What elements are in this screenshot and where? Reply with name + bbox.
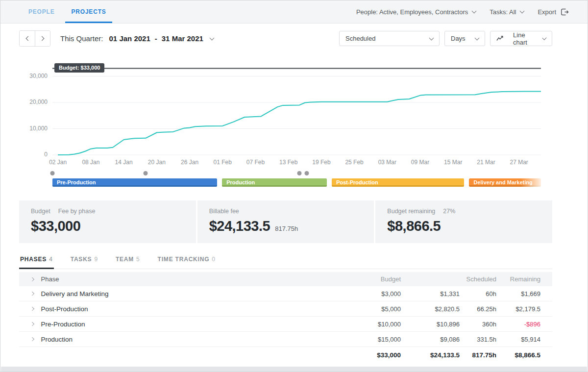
table-cell: $3,000 xyxy=(344,290,401,298)
chevron-right-icon[interactable] xyxy=(30,277,34,281)
phase-bar-post-production[interactable]: Post-Production xyxy=(332,178,464,187)
range-label: This Quarter: xyxy=(60,34,103,43)
chevron-right-icon[interactable] xyxy=(30,322,34,326)
milestone-dot[interactable] xyxy=(50,171,55,175)
days-select-value: Days xyxy=(451,35,466,42)
table-row-post-production[interactable]: Post-Production$5,000$2,820.566.25h$2,17… xyxy=(19,301,552,317)
table-header-col: Budget xyxy=(344,275,401,283)
tab-time-tracking[interactable]: TIME TRACKING0 xyxy=(157,256,217,269)
next-period-button[interactable] xyxy=(35,31,50,46)
table-cell: $1,331 xyxy=(401,290,460,298)
card-label: Fee by phase xyxy=(58,208,96,215)
chevron-right-icon[interactable] xyxy=(30,292,34,296)
chevron-down-icon xyxy=(472,9,477,14)
date-range-selector[interactable]: This Quarter: 01 Jan 2021 - 31 Mar 2021 xyxy=(60,34,214,43)
tab-team[interactable]: TEAM5 xyxy=(115,256,141,269)
phase-bar-pre-production[interactable]: Pre-Production xyxy=(52,178,217,187)
phase-bar-production[interactable]: Production xyxy=(222,178,327,187)
table-cell: $9,086 xyxy=(401,336,460,343)
chevron-down-icon xyxy=(475,35,480,40)
milestones-row xyxy=(52,171,540,176)
milestone-dot[interactable] xyxy=(297,171,302,175)
milestone-dot[interactable] xyxy=(304,171,309,175)
line-chart-icon xyxy=(496,35,504,42)
tab-projects[interactable]: PROJECTS xyxy=(65,0,112,23)
x-tick-label: 25 Feb xyxy=(345,159,363,166)
phase-name: Delivery and Marketing xyxy=(41,290,109,298)
main-nav: PEOPLEPROJECTS xyxy=(23,0,117,23)
top-bar: PEOPLEPROJECTS People: Active, Employees… xyxy=(0,0,588,24)
x-tick-label: 14 Jan xyxy=(115,159,133,166)
export-label: Export xyxy=(538,8,556,16)
tab-tasks[interactable]: TASKS9 xyxy=(70,256,99,269)
tasks-filter-dropdown[interactable]: Tasks: All xyxy=(490,8,524,16)
x-tick-label: 26 Jan xyxy=(181,159,198,166)
tab-phases[interactable]: PHASES4 xyxy=(19,256,54,269)
app-window: PEOPLEPROJECTS People: Active, Employees… xyxy=(0,0,588,372)
prev-period-button[interactable] xyxy=(20,31,35,46)
x-tick-label: 15 Mar xyxy=(444,159,462,166)
tab-label: TEAM xyxy=(116,256,134,263)
card-label: 27% xyxy=(443,208,455,215)
table-cell: 331.5h xyxy=(460,336,496,343)
table-cell: $2,820.5 xyxy=(401,305,460,313)
table-row-pre-production[interactable]: Pre-Production$10,000$10,896360h-$896 xyxy=(19,317,552,332)
chart-plot: Budget: $33,000 02 Jan08 Jan14 Jan20 Jan… xyxy=(52,55,540,191)
bottom-scrollbar[interactable] xyxy=(1,367,587,372)
tab-count: 4 xyxy=(49,256,52,263)
chevron-left-icon xyxy=(25,36,30,41)
card-label: Budget remaining xyxy=(387,208,435,215)
table-cell: -$896 xyxy=(496,321,540,328)
total-cell: $33,000 xyxy=(344,351,401,359)
table-row-production[interactable]: Production$15,000$9,086331.5h$5,914 xyxy=(19,332,552,347)
x-tick-label: 08 Jan xyxy=(82,159,99,166)
phase-name: Pre-Production xyxy=(41,321,85,328)
y-tick-label: 30,000 xyxy=(29,73,48,79)
chart-type-select[interactable]: Line chart xyxy=(490,31,552,46)
table-header-col: Remaining xyxy=(496,275,540,283)
x-tick-label: 09 Mar xyxy=(411,159,429,166)
table-cell: $1,669 xyxy=(496,290,540,298)
export-button[interactable]: Export xyxy=(538,8,569,16)
milestone-dot[interactable] xyxy=(144,171,148,175)
table-cell: $15,000 xyxy=(344,336,401,343)
table-cell: 360h xyxy=(460,321,496,328)
chevron-down-icon xyxy=(542,35,546,40)
chart-type-select-value: Line chart xyxy=(513,31,538,46)
range-end-date: 31 Mar 2021 xyxy=(162,34,203,43)
x-tick-label: 07 Feb xyxy=(246,159,265,166)
chevron-right-icon[interactable] xyxy=(30,307,34,311)
scheduled-select[interactable]: Scheduled xyxy=(339,31,440,46)
phases-table: Phase BudgetScheduledRemaining Delivery … xyxy=(19,272,552,363)
table-header-phase: Phase xyxy=(41,275,59,283)
x-tick-label: 02 Jan xyxy=(49,159,67,166)
tab-label: TIME TRACKING xyxy=(158,256,210,263)
summary-cards: BudgetFee by phase$33,000Billable fee$24… xyxy=(19,200,552,243)
x-tick-label: 01 Feb xyxy=(214,159,232,166)
people-filter-dropdown[interactable]: People: Active, Employees, Contractors xyxy=(356,8,476,16)
x-tick-label: 19 Feb xyxy=(312,159,330,166)
chevron-right-icon[interactable] xyxy=(30,337,34,341)
days-select[interactable]: Days xyxy=(444,31,485,46)
budget-chart: 30,00020,00010,0000 Budget: $33,000 02 J… xyxy=(19,55,552,191)
phase-name: Production xyxy=(41,336,73,343)
chart-controls: Scheduled Days Line chart xyxy=(339,31,552,46)
tab-count: 9 xyxy=(94,256,98,263)
controls-row: This Quarter: 01 Jan 2021 - 31 Mar 2021 … xyxy=(19,30,552,47)
x-axis: 02 Jan08 Jan14 Jan20 Jan26 Jan01 Feb07 F… xyxy=(52,159,540,167)
main-content: This Quarter: 01 Jan 2021 - 31 Mar 2021 … xyxy=(0,30,588,363)
card-value-suffix: 817.75h xyxy=(275,225,298,232)
table-header-row: Phase BudgetScheduledRemaining xyxy=(19,272,552,286)
chevron-down-icon xyxy=(520,9,525,14)
tab-label: PHASES xyxy=(20,256,47,263)
table-cell: $5,000 xyxy=(344,305,401,313)
total-cell: 817.75h xyxy=(460,351,496,359)
table-cell: $5,914 xyxy=(496,336,540,343)
summary-card: Billable fee$24,133.5817.75h xyxy=(197,200,374,243)
total-cell: $24,133.5 xyxy=(401,351,460,359)
table-row-delivery-and-marketing[interactable]: Delivery and Marketing$3,000$1,33160h$1,… xyxy=(19,286,552,301)
phase-bar-delivery-and-marketing[interactable]: Delivery and Marketing xyxy=(469,178,541,187)
table-totals-row: $33,000$24,133.5817.75h$8,866.5 xyxy=(19,347,552,363)
top-bar-controls: People: Active, Employees, Contractors T… xyxy=(356,0,569,23)
tab-people[interactable]: PEOPLE xyxy=(23,0,60,23)
